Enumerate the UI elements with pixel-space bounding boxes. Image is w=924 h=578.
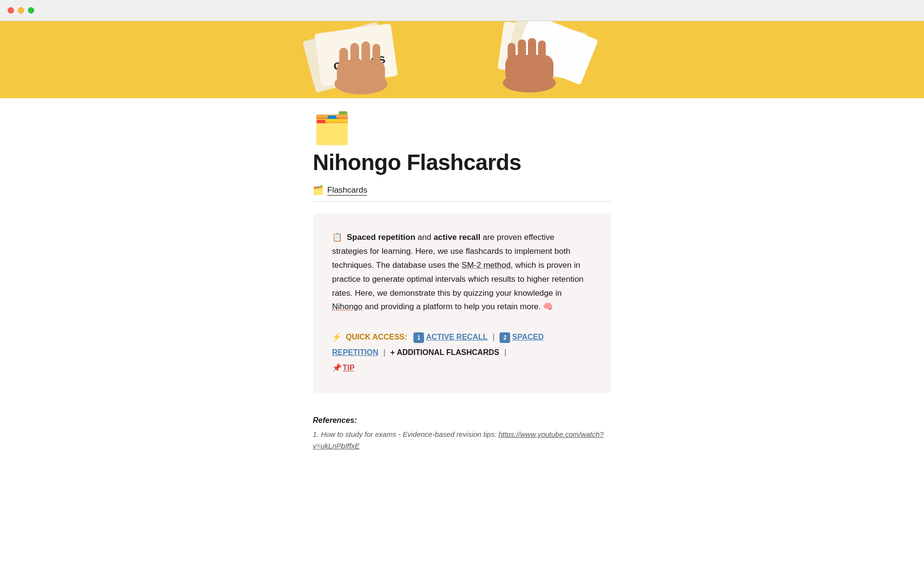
svg-point-13 — [503, 73, 556, 92]
svg-rect-7 — [361, 41, 370, 63]
badge-2: 2 — [500, 332, 510, 343]
tip-link[interactable]: TIP — [343, 364, 355, 372]
page-content: 🗂️ Nihongo Flashcards 🗂️ Flashcards 📋 Sp… — [245, 113, 679, 471]
hero-illustration: oranges — [221, 21, 703, 98]
active-recall-bold: active recall — [434, 233, 480, 242]
nihongo-text: Nihongo — [332, 302, 362, 311]
active-recall-link[interactable]: ACTIVE RECALL — [426, 333, 488, 341]
lightning-icon: ⚡ — [332, 333, 342, 341]
sm2-link[interactable]: SM-2 method — [462, 261, 511, 270]
additional-flashcards-link[interactable]: ADDITIONAL FLASHCARDS — [397, 348, 499, 356]
svg-rect-8 — [372, 44, 380, 63]
info-icon: 📋 — [332, 233, 342, 242]
titlebar — [0, 0, 924, 21]
badge-1: 1 — [413, 332, 424, 343]
references-item-1: 1. How to study for exams - Evidence-bas… — [313, 429, 611, 452]
close-button[interactable] — [8, 7, 14, 13]
svg-rect-16 — [528, 38, 536, 59]
references-title: References: — [313, 416, 611, 425]
svg-rect-17 — [538, 40, 546, 60]
quick-access-label: QUICK ACCESS: — [346, 333, 407, 341]
pin-icon: 📌 — [332, 364, 342, 372]
breadcrumb-row: 🗂️ Flashcards — [313, 185, 611, 202]
breadcrumb-icon: 🗂️ — [313, 185, 323, 196]
plus-icon: + — [390, 348, 395, 356]
separator-2: | — [383, 348, 385, 356]
separator-1: | — [493, 333, 495, 341]
svg-rect-5 — [339, 48, 348, 66]
minimize-button[interactable] — [18, 7, 24, 13]
references-section: References: 1. How to study for exams - … — [313, 416, 611, 471]
breadcrumb-link[interactable]: Flashcards — [327, 185, 367, 196]
svg-rect-6 — [350, 43, 359, 63]
hero-banner: oranges — [0, 21, 924, 98]
info-paragraph: 📋 Spaced repetition and active recall ar… — [332, 231, 592, 314]
svg-rect-14 — [508, 43, 515, 61]
page-icon: 🗂️ — [313, 113, 611, 144]
separator-3: | — [504, 348, 506, 356]
references-item-1-text: 1. How to study for exams - Evidence-bas… — [313, 430, 497, 438]
spaced-repetition-bold: Spaced repetition — [346, 233, 415, 242]
maximize-button[interactable] — [28, 7, 34, 13]
info-card: 📋 Spaced repetition and active recall ar… — [313, 213, 611, 393]
quick-access: ⚡ QUICK ACCESS: 1ACTIVE RECALL | 2SPACED… — [332, 329, 592, 376]
page-title: Nihongo Flashcards — [313, 149, 611, 175]
svg-rect-15 — [518, 39, 526, 60]
